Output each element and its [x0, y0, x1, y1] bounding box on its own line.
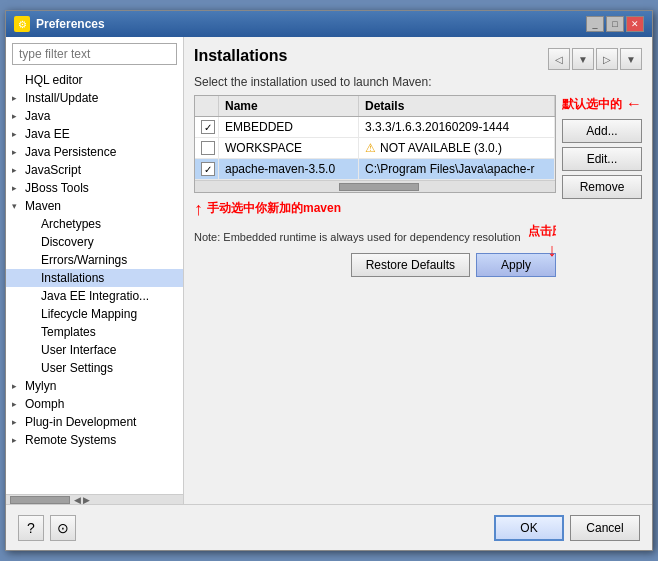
header-details: Details [359, 96, 555, 116]
footer-right-buttons: OK Cancel [494, 515, 640, 541]
sidebar: HQL editor▸Install/Update▸Java▸Java EE▸J… [6, 37, 184, 504]
sidebar-item-javascript[interactable]: ▸JavaScript [6, 161, 183, 179]
sidebar-item-hql-editor[interactable]: HQL editor [6, 71, 183, 89]
forward-menu-button[interactable]: ▼ [620, 48, 642, 70]
sidebar-item-user-interface[interactable]: User Interface [6, 341, 183, 359]
sidebar-item-maven[interactable]: ▾Maven [6, 197, 183, 215]
sidebar-item-label-plugin-development: Plug-in Development [25, 415, 136, 429]
sidebar-item-install-update[interactable]: ▸Install/Update [6, 89, 183, 107]
remove-button[interactable]: Remove [562, 175, 642, 199]
sidebar-item-templates[interactable]: Templates [6, 323, 183, 341]
table-row[interactable]: apache-maven-3.5.0C:\Program Files\Java\… [195, 159, 555, 180]
ok-button[interactable]: OK [494, 515, 564, 541]
forward-button[interactable]: ▷ [596, 48, 618, 70]
nav-buttons: ◁ ▼ ▷ ▼ [548, 48, 642, 70]
expand-arrow-icon: ▸ [12, 417, 22, 427]
warning-icon: ⚠ [365, 141, 376, 155]
main-panel: Installations ◁ ▼ ▷ ▼ Select the install… [184, 37, 652, 504]
installations-table: Name Details EMBEDDED3.3.3/1.6.3.2016020… [194, 95, 556, 193]
sidebar-item-java[interactable]: ▸Java [6, 107, 183, 125]
row-checkbox[interactable] [201, 120, 215, 134]
nav-menu-button[interactable]: ▼ [572, 48, 594, 70]
sidebar-item-oomph[interactable]: ▸Oomph [6, 395, 183, 413]
table-body: EMBEDDED3.3.3/1.6.3.20160209-1444WORKSPA… [195, 117, 555, 180]
table-row[interactable]: WORKSPACE⚠NOT AVAILABLE (3.0.) [195, 138, 555, 159]
row-name: EMBEDDED [219, 117, 359, 137]
help-button[interactable]: ? [18, 515, 44, 541]
expand-arrow-icon: ▾ [12, 201, 22, 211]
tree-area: HQL editor▸Install/Update▸Java▸Java EE▸J… [6, 71, 183, 494]
down-arrow-icon: ↓ [548, 240, 557, 261]
note-text: Note: Embedded runtime is always used fo… [194, 230, 556, 245]
edit-button[interactable]: Edit... [562, 147, 642, 171]
minimize-button[interactable]: _ [586, 16, 604, 32]
table-scroll-track [197, 183, 553, 191]
sidebar-item-jboss-tools[interactable]: ▸JBoss Tools [6, 179, 183, 197]
sidebar-item-mylyn[interactable]: ▸Mylyn [6, 377, 183, 395]
expand-arrow-icon: ▸ [12, 399, 22, 409]
sidebar-item-label-lifecycle-mapping: Lifecycle Mapping [41, 307, 137, 321]
sidebar-item-label-java-ee: Java EE [25, 127, 70, 141]
row-details: C:\Program Files\Java\apache-r [359, 159, 555, 179]
expand-arrow-icon: ▸ [12, 183, 22, 193]
sidebar-item-label-hql-editor: HQL editor [25, 73, 83, 87]
sidebar-scrollbar[interactable]: ◀ ▶ [6, 494, 183, 504]
window-title: Preferences [36, 17, 105, 31]
sidebar-item-java-ee-integration[interactable]: Java EE Integratio... [6, 287, 183, 305]
sidebar-item-label-javascript: JavaScript [25, 163, 81, 177]
titlebar-left: ⚙ Preferences [14, 16, 105, 32]
header-name: Name [219, 96, 359, 116]
row-details: 3.3.3/1.6.3.20160209-1444 [359, 117, 555, 137]
row-checkbox[interactable] [201, 162, 215, 176]
sidebar-item-java-persistence[interactable]: ▸Java Persistence [6, 143, 183, 161]
sidebar-item-label-remote-systems: Remote Systems [25, 433, 116, 447]
sidebar-item-label-java-ee-integration: Java EE Integratio... [41, 289, 149, 303]
panel-title: Installations [194, 47, 287, 65]
cancel-button[interactable]: Cancel [570, 515, 640, 541]
table-scroll-thumb[interactable] [339, 183, 419, 191]
sidebar-item-label-mylyn: Mylyn [25, 379, 56, 393]
sidebar-scroll-thumb[interactable] [10, 496, 70, 504]
header-check [195, 96, 219, 116]
sidebar-item-label-user-interface: User Interface [41, 343, 116, 357]
titlebar-controls: _ □ ✕ [586, 16, 644, 32]
manual-annotation: ↑ 手动选中你新加的maven [194, 193, 556, 224]
expand-arrow-icon: ▸ [12, 129, 22, 139]
sidebar-item-discovery[interactable]: Discovery [6, 233, 183, 251]
row-checkbox[interactable] [201, 141, 215, 155]
back-button[interactable]: ◁ [548, 48, 570, 70]
sidebar-item-archetypes[interactable]: Archetypes [6, 215, 183, 233]
table-row[interactable]: EMBEDDED3.3.3/1.6.3.20160209-1444 [195, 117, 555, 138]
default-annotation: 默认选中的 ← [562, 95, 642, 113]
add-button[interactable]: Add... [562, 119, 642, 143]
filter-input[interactable] [12, 43, 177, 65]
checked-label: 默认选中的 [562, 96, 622, 113]
sidebar-item-label-archetypes: Archetypes [41, 217, 101, 231]
content-area: HQL editor▸Install/Update▸Java▸Java EE▸J… [6, 37, 652, 504]
sidebar-item-java-ee[interactable]: ▸Java EE [6, 125, 183, 143]
panel-subtitle: Select the installation used to launch M… [194, 75, 642, 89]
preferences-window: ⚙ Preferences _ □ ✕ HQL editor▸Install/U… [5, 10, 653, 551]
row-details: ⚠NOT AVAILABLE (3.0.) [359, 138, 555, 158]
sidebar-item-plugin-development[interactable]: ▸Plug-in Development [6, 413, 183, 431]
maximize-button[interactable]: □ [606, 16, 624, 32]
left-arrow-icon: ← [626, 95, 642, 113]
window-icon: ⚙ [14, 16, 30, 32]
expand-arrow-icon: ▸ [12, 147, 22, 157]
sidebar-item-lifecycle-mapping[interactable]: Lifecycle Mapping [6, 305, 183, 323]
table-scrollbar[interactable] [195, 180, 555, 192]
sidebar-item-label-java: Java [25, 109, 50, 123]
info-button[interactable]: ⊙ [50, 515, 76, 541]
restore-defaults-button[interactable]: Restore Defaults [351, 253, 470, 277]
table-header: Name Details [195, 96, 555, 117]
sidebar-item-installations[interactable]: Installations [6, 269, 183, 287]
expand-arrow-icon: ▸ [12, 165, 22, 175]
sidebar-item-remote-systems[interactable]: ▸Remote Systems [6, 431, 183, 449]
sidebar-item-label-discovery: Discovery [41, 235, 94, 249]
row-name: WORKSPACE [219, 138, 359, 158]
titlebar: ⚙ Preferences _ □ ✕ [6, 11, 652, 37]
expand-arrow-icon: ▸ [12, 93, 22, 103]
close-button[interactable]: ✕ [626, 16, 644, 32]
sidebar-item-user-settings[interactable]: User Settings [6, 359, 183, 377]
sidebar-item-errors-warnings[interactable]: Errors/Warnings [6, 251, 183, 269]
